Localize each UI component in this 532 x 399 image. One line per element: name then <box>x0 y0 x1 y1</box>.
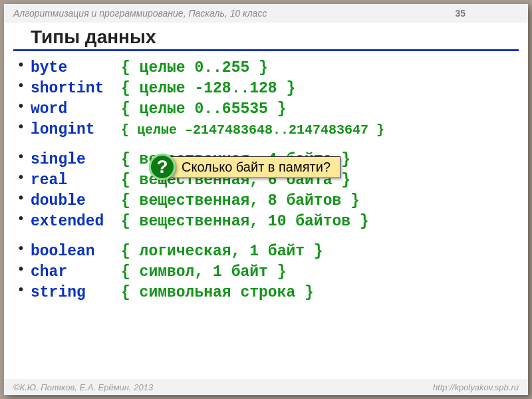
bullet-icon: • <box>19 241 31 255</box>
type-row: •byte{ целые 0..255 } <box>19 58 513 78</box>
type-comment: { вещественная, 8 байтов } <box>121 191 360 211</box>
footer-url: http://kpolyakov.spb.ru <box>433 382 519 392</box>
type-row: •word{ целые 0..65535 } <box>19 99 513 120</box>
type-keyword: byte <box>31 58 121 78</box>
type-comment: { целые –2147483648..2147483647 } <box>121 121 384 139</box>
slide-title: Типы данных <box>13 23 519 51</box>
type-comment: { символ, 1 байт } <box>121 262 286 283</box>
type-keyword: real <box>31 170 121 191</box>
type-keyword: char <box>31 262 121 283</box>
footer-band: ©К.Ю. Поляков, Е.А. Ерёмин, 2013 http://… <box>4 379 528 395</box>
type-comment: { целые 0..255 } <box>121 58 268 78</box>
type-keyword: boolean <box>31 241 121 262</box>
question-mark-icon: ? <box>149 154 176 180</box>
type-row: •double{ вещественная, 8 байтов } <box>19 191 513 211</box>
bullet-icon: • <box>19 120 31 133</box>
bullet-icon: • <box>19 58 31 71</box>
group-gap <box>19 232 513 241</box>
group-gap <box>19 140 513 150</box>
type-comment: { символьная строка } <box>121 283 314 303</box>
bullet-icon: • <box>19 283 31 296</box>
course-title: Алгоритмизация и программирование, Паска… <box>13 8 455 19</box>
bullet-icon: • <box>19 150 31 163</box>
bullet-icon: • <box>19 211 31 225</box>
type-row: •shortint{ целые -128..128 } <box>19 78 513 99</box>
bullet-icon: • <box>19 170 31 184</box>
type-keyword: extended <box>31 211 121 232</box>
content: •byte{ целые 0..255 }•shortint{ целые -1… <box>4 55 528 307</box>
callout-text: Сколько байт в памяти? <box>169 156 340 178</box>
type-keyword: single <box>31 150 121 170</box>
type-row: •string{ символьная строка } <box>19 283 513 303</box>
type-comment: { логическая, 1 байт } <box>121 241 323 262</box>
type-row: •char{ символ, 1 байт } <box>19 262 513 283</box>
type-comment: { целые -128..128 } <box>121 78 295 99</box>
type-comment: { вещественная, 10 байтов } <box>121 211 369 232</box>
type-comment: { целые 0..65535 } <box>121 99 286 120</box>
bullet-icon: • <box>19 78 31 92</box>
type-keyword: longint <box>31 120 121 140</box>
page-number: 35 <box>455 8 519 19</box>
type-row: •extended{ вещественная, 10 байтов } <box>19 211 513 232</box>
callout: ? Сколько байт в памяти? <box>149 154 340 180</box>
slide: Алгоритмизация и программирование, Паска… <box>4 4 528 395</box>
type-keyword: shortint <box>31 78 121 99</box>
type-row: •longint{ целые –2147483648..2147483647 … <box>19 120 513 140</box>
type-row: •boolean{ логическая, 1 байт } <box>19 241 513 262</box>
bullet-icon: • <box>19 262 31 275</box>
header-band: Алгоритмизация и программирование, Паска… <box>4 4 528 23</box>
type-keyword: word <box>31 99 121 120</box>
bullet-icon: • <box>19 99 31 112</box>
type-keyword: string <box>31 283 121 303</box>
type-keyword: double <box>31 191 121 211</box>
bullet-icon: • <box>19 191 31 204</box>
footer-authors: ©К.Ю. Поляков, Е.А. Ерёмин, 2013 <box>13 382 433 392</box>
